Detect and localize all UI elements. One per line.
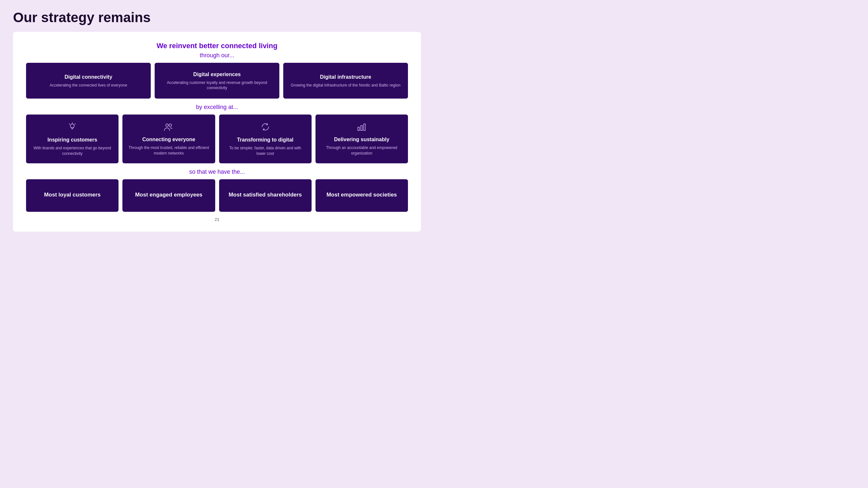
svg-point-0 xyxy=(70,124,74,128)
card-most-engaged-employees: Most engaged employees xyxy=(122,179,215,212)
section1-label: through our... xyxy=(26,52,408,59)
card-delivering-sustainably: Delivering sustainably Through an accoun… xyxy=(315,115,408,163)
card-digital-experiences: Digital experiences Accelerating custome… xyxy=(155,63,279,99)
card-title: Most satisfied shareholders xyxy=(228,191,302,198)
card-sub: Accelerating customer loyalty and revenu… xyxy=(160,80,274,91)
section2-grid: Inspiring customers With brands and expe… xyxy=(26,115,408,163)
page-number: 21 xyxy=(26,217,408,222)
card-title: Digital connectivity xyxy=(64,74,112,81)
main-card: We reinvent better connected living thro… xyxy=(13,32,421,232)
svg-rect-8 xyxy=(364,124,365,130)
section3-grid: Most loyal customers Most engaged employ… xyxy=(26,179,408,212)
card-title: Transforming to digital xyxy=(237,137,293,143)
card-transforming-digital: Transforming to digital To be simpler, f… xyxy=(219,115,312,163)
card-title: Most loyal customers xyxy=(44,191,101,198)
card-digital-connectivity: Digital connectivity Accelerating the co… xyxy=(26,63,151,99)
card-connecting-everyone: Connecting everyone Through the most tru… xyxy=(122,115,215,163)
card-title: Most empowered societies xyxy=(327,191,397,198)
people-icon xyxy=(164,123,174,133)
svg-rect-6 xyxy=(358,127,360,130)
card-title: Connecting everyone xyxy=(142,136,195,143)
card-sub: Growing the digital infrastructure of th… xyxy=(291,83,400,88)
section3-label: so that we have the... xyxy=(26,168,408,175)
card-sub: With brands and experiences that go beyo… xyxy=(32,145,113,157)
main-heading: We reinvent better connected living xyxy=(26,42,408,50)
svg-point-5 xyxy=(169,124,172,127)
page-title: Our strategy remains xyxy=(13,10,421,25)
section2-label: by excelling at... xyxy=(26,104,408,110)
section1-grid: Digital connectivity Accelerating the co… xyxy=(26,63,408,99)
card-inspiring-customers: Inspiring customers With brands and expe… xyxy=(26,115,119,163)
card-most-satisfied-shareholders: Most satisfied shareholders xyxy=(219,179,312,212)
card-sub: Through an accountable and empowered org… xyxy=(321,145,402,156)
card-digital-infrastructure: Digital infrastructure Growing the digit… xyxy=(283,63,408,99)
card-sub: Through the most trusted, reliable and e… xyxy=(128,145,209,156)
card-sub: To be simpler, faster, data driven and w… xyxy=(225,145,306,157)
card-title: Digital infrastructure xyxy=(320,74,371,81)
card-title: Most engaged employees xyxy=(135,191,203,198)
card-title: Inspiring customers xyxy=(48,137,97,143)
svg-point-4 xyxy=(166,124,168,127)
card-most-empowered-societies: Most empowered societies xyxy=(315,179,408,212)
chart-icon xyxy=(357,123,366,133)
svg-rect-7 xyxy=(361,126,362,130)
svg-line-2 xyxy=(69,124,70,125)
lightbulb-icon xyxy=(68,122,77,133)
svg-line-3 xyxy=(75,124,75,125)
card-sub: Accelerating the connected lives of ever… xyxy=(50,83,127,88)
card-title: Delivering sustainably xyxy=(334,136,390,143)
card-most-loyal-customers: Most loyal customers xyxy=(26,179,119,212)
refresh-icon xyxy=(261,122,270,133)
card-title: Digital experiences xyxy=(193,71,241,78)
